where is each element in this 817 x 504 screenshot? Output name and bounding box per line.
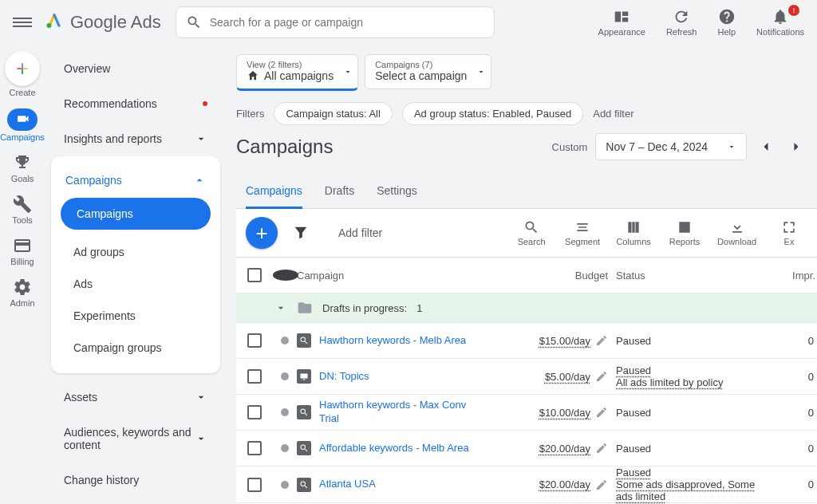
campaign-link[interactable]: Affordable keywords - Melb Area — [319, 442, 469, 455]
google-ads-logo-icon — [45, 10, 64, 34]
header-actions: Appearance Refresh Help Notifications ! — [598, 8, 804, 37]
edit-icon[interactable] — [595, 442, 608, 455]
filter-chip-adgroup[interactable]: Ad group status: Enabled, Paused — [402, 102, 583, 125]
row-checkbox[interactable] — [247, 333, 262, 348]
rail-admin[interactable]: Admin — [10, 278, 34, 308]
row-checkbox[interactable] — [247, 478, 262, 492]
col-campaign[interactable]: Campaign — [297, 270, 520, 282]
rail-tools[interactable]: Tools — [12, 195, 33, 225]
search-icon — [186, 14, 202, 30]
campaign-link[interactable]: Atlanta USA — [319, 478, 376, 491]
nav-campaigns[interactable]: Campaigns — [61, 198, 211, 230]
nav-campaign-groups[interactable]: Campaign groups — [51, 332, 220, 364]
nav-change-history[interactable]: Change history — [51, 463, 220, 498]
app-header: Google Ads Appearance Refresh Help Notif… — [0, 0, 817, 45]
date-range-picker[interactable]: Nov 7 – Dec 4, 2024 — [595, 133, 747, 160]
new-campaign-button[interactable]: + — [246, 217, 278, 249]
filters-label: Filters — [236, 108, 264, 120]
nav-panel: Overview Recommendations Insights and re… — [45, 45, 227, 504]
row-checkbox[interactable] — [247, 369, 262, 384]
download-icon — [729, 219, 745, 235]
table-row: Hawthorn keywords - Max Conv Trial$10.00… — [236, 395, 817, 431]
filter-icon[interactable] — [292, 224, 310, 242]
row-checkbox[interactable] — [247, 405, 262, 419]
edit-icon[interactable] — [595, 406, 608, 419]
budget-value[interactable]: $15.00/day — [539, 335, 590, 347]
help-button[interactable]: Help — [717, 8, 736, 37]
filter-chip-status[interactable]: Campaign status: All — [274, 102, 393, 125]
row-checkbox[interactable] — [247, 441, 262, 455]
rail-goals[interactable]: Goals — [11, 153, 34, 183]
filter-bar: Filters Campaign status: All Ad group st… — [236, 102, 817, 125]
nav-experiments[interactable]: Experiments — [51, 300, 220, 332]
edit-icon[interactable] — [595, 370, 608, 383]
budget-value[interactable]: $20.00/day — [539, 478, 590, 490]
toolbar-search[interactable]: Search — [513, 219, 550, 246]
edit-icon[interactable] — [595, 478, 608, 491]
impr-value: 0 — [776, 407, 817, 419]
campaign-link[interactable]: Hawthorn keywords - Melb Area — [319, 334, 466, 348]
col-impr[interactable]: Impr. — [776, 270, 817, 282]
col-budget[interactable]: Budget — [520, 270, 616, 282]
product-logo[interactable]: Google Ads — [45, 10, 161, 34]
toolbar-expand[interactable]: Ex — [771, 219, 807, 246]
campaign-link[interactable]: DN: Topics — [319, 370, 369, 384]
prev-period-button[interactable] — [755, 136, 777, 158]
plus-icon — [5, 51, 40, 86]
nav-audiences[interactable]: Audiences, keywords and content — [51, 415, 220, 463]
campaign-link[interactable]: Hawthorn keywords - Max Conv Trial — [319, 399, 479, 426]
chevron-down-icon — [195, 432, 207, 445]
reports-icon — [677, 219, 693, 235]
nav-ad-groups[interactable]: Ad groups — [51, 236, 220, 268]
rail-billing[interactable]: Billing — [10, 236, 34, 266]
tab-campaigns[interactable]: Campaigns — [246, 176, 302, 209]
table-row: Atlanta USA$20.00/dayPausedSome ads disa… — [236, 467, 817, 503]
toolbar-download[interactable]: Download — [717, 219, 756, 246]
nav-ads[interactable]: Ads — [51, 268, 220, 300]
toolbar-columns[interactable]: Columns — [615, 219, 652, 246]
add-filter-link[interactable]: Add filter — [593, 108, 633, 120]
notifications-button[interactable]: Notifications ! — [756, 8, 804, 37]
mobile-app-link[interactable]: Get the Google Ads mobile app — [51, 498, 220, 504]
budget-value[interactable]: $10.00/day — [539, 407, 590, 419]
create-button[interactable]: Create — [5, 51, 40, 97]
budget-value[interactable]: $20.00/day — [539, 443, 590, 455]
menu-icon[interactable] — [13, 13, 32, 32]
status-column-icon[interactable] — [273, 270, 298, 281]
nav-assets[interactable]: Assets — [51, 380, 220, 415]
toolbar-add-filter[interactable]: Add filter — [338, 226, 382, 239]
status-indicator[interactable] — [281, 372, 289, 380]
refresh-button[interactable]: Refresh — [666, 8, 697, 37]
page-title: Campaigns — [236, 136, 333, 158]
search-input[interactable] — [210, 16, 484, 29]
view-selector[interactable]: View (2 filters) All campaigns — [236, 54, 358, 91]
nav-recommendations[interactable]: Recommendations — [51, 86, 220, 121]
nav-overview[interactable]: Overview — [51, 51, 220, 86]
rail-campaigns[interactable]: Campaigns — [0, 108, 45, 142]
budget-value[interactable]: $5.00/day — [545, 371, 590, 383]
tab-drafts[interactable]: Drafts — [325, 176, 354, 208]
select-all-checkbox[interactable] — [247, 268, 262, 282]
status-indicator[interactable] — [281, 481, 289, 489]
toolbar-reports[interactable]: Reports — [666, 219, 703, 246]
campaigns-table: Campaign Budget Status Impr. Drafts in p… — [236, 258, 817, 504]
notification-badge: ! — [788, 5, 799, 16]
status-text: PausedSome ads disapproved, Some ads lim… — [616, 467, 776, 502]
appearance-button[interactable]: Appearance — [598, 8, 645, 37]
nav-insights[interactable]: Insights and reports — [51, 121, 220, 156]
status-indicator[interactable] — [281, 444, 289, 452]
search-bar[interactable] — [176, 6, 495, 38]
drafts-group-row[interactable]: Drafts in progress: 1 — [236, 293, 817, 323]
tab-settings[interactable]: Settings — [377, 176, 417, 208]
icon-rail: Create Campaigns Goals Tools Billing Adm… — [0, 45, 45, 504]
campaign-selector[interactable]: Campaigns (7) Select a campaign — [365, 54, 491, 89]
edit-icon[interactable] — [595, 334, 608, 347]
status-indicator[interactable] — [281, 408, 289, 416]
nav-campaigns-header[interactable]: Campaigns — [51, 166, 220, 198]
table-header: Campaign Budget Status Impr. — [236, 258, 817, 293]
col-status[interactable]: Status — [616, 270, 776, 282]
dropdown-icon — [343, 67, 353, 77]
next-period-button[interactable] — [785, 136, 807, 158]
status-indicator[interactable] — [281, 337, 289, 345]
toolbar-segment[interactable]: Segment — [564, 219, 601, 246]
